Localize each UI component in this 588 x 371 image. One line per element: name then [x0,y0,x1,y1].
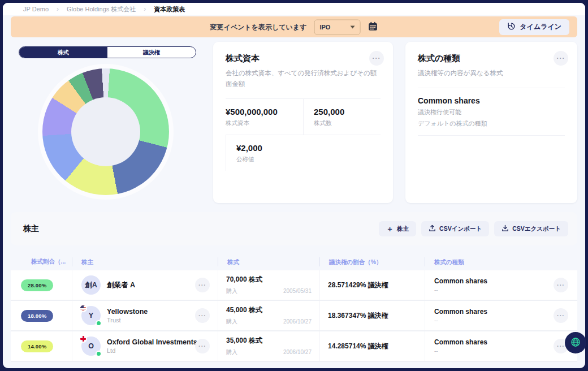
shareholders-header: 株主 ＋ 株主 CSVインポート CSVエクスポート [11,212,577,245]
download-icon [501,225,509,233]
share-class: Common shares [434,277,487,285]
online-status-dot [96,320,102,326]
floating-globe-button[interactable] [565,332,586,353]
ownership-donut-chart[interactable] [42,68,169,195]
globe-icon [570,337,581,350]
country-flag-icon [79,304,87,312]
acquisition-date: 2006/10/27 [283,318,312,325]
voting-percent: 14.285714% 議決権 [328,342,388,351]
table-row: 18.00% Y Yellowstone Trust ··· 45,000 株式… [11,301,577,331]
calendar-icon [368,21,378,33]
shareholders-table: 株式割合（... 株主 株式 議決権の割合（%） 株式の種類 28.00% 創A… [11,253,577,362]
upload-icon [429,225,436,233]
shareholder-name: Oxford Global Investments [107,338,189,346]
donut-chart-wrap [11,68,201,195]
avatar: O [81,337,101,356]
share-class-item: Common shares 議決権行使可能 デフォルトの株式の種類 [418,88,565,136]
card-subtitle: 議決権等の内容が異なる株式 [418,68,565,79]
ownership-badge: 14.00% [21,340,53,352]
ownership-chart-panel: 株式 議決権 [11,42,201,203]
avatar: Y [81,306,101,325]
stat-share-count: 250,000 株式数 [303,99,381,135]
acquisition-type: 購入 [226,318,237,326]
acquisition-date: 2006/10/27 [283,349,312,355]
chevron-right-icon: › [57,5,59,13]
row-menu-button[interactable]: ··· [554,278,568,292]
plus-icon: ＋ [386,225,394,232]
share-class-sub: -- [434,287,487,293]
add-shareholder-button[interactable]: ＋ 株主 [379,221,416,236]
card-menu-button[interactable]: ··· [369,51,384,66]
timeline-button-label: タイムライン [520,22,561,32]
shareholder-rows: 28.00% 創A 創業者 A ··· 70,000 株式 購入 2005/05… [11,270,577,362]
share-class: Common shares [434,308,487,316]
share-class-card: 株式の種類 議決権等の内容が異なる株式 ··· Common shares 議決… [405,42,577,203]
online-status-dot [96,351,102,357]
acquisition-date: 2005/05/31 [283,288,312,294]
shareholder-name: 創業者 A [107,281,135,290]
table-row: 14.00% O Oxford Global Investments Ltd ·… [11,331,577,362]
share-class-sub: -- [434,317,487,323]
calendar-button[interactable] [368,21,378,33]
col-shareholder: 株主 [72,257,218,266]
breadcrumb-company[interactable]: Globe Holdings 株式会社 [67,5,136,14]
row-menu-button[interactable]: ··· [195,278,210,292]
breadcrumb-workspace[interactable]: JP Demo [23,6,49,12]
chart-mode-tabs: 株式 議決権 [19,46,196,58]
acquisition-type: 購入 [226,287,237,295]
shareholder-subtitle: Ltd [107,347,189,354]
event-banner-message: 変更イベントを表示しています [210,22,307,32]
card-subtitle: 会社の株式資本、すべての発行済株式およびその額面金額 [226,68,381,89]
chevron-down-icon [350,25,354,28]
col-shares: 株式 [218,257,319,266]
shares-count: 70,000 株式 [226,275,312,284]
shareholders-actions: ＋ 株主 CSVインポート CSVエクスポート [379,221,568,236]
stat-nominal-value: ¥2,000 公称値 [226,135,303,171]
col-ownership-percent: 株式割合（... [11,258,72,266]
row-menu-button[interactable]: ··· [554,308,568,323]
csv-export-button[interactable]: CSVエクスポート [494,221,568,236]
overview-grid: 株式 議決権 株式資本 会社の株式資本、すべての発行済株式およびその額面金額 ·… [11,42,577,203]
timeline-button[interactable]: タイムライン [499,19,569,35]
app-window: JP Demo › Globe Holdings 株式会社 › 資本政策表 変更… [3,3,585,368]
event-select-value: IPO [319,24,330,31]
row-menu-button[interactable]: ··· [195,339,210,353]
shareholder-name: Yellowstone [107,308,148,316]
shareholders-title: 株主 [23,224,39,234]
shares-count: 45,000 株式 [226,305,312,315]
col-share-class: 株式の種類 [425,257,577,266]
breadcrumb: JP Demo › Globe Holdings 株式会社 › 資本政策表 [3,3,585,15]
ownership-badge: 18.00% [21,310,53,322]
history-clock-icon [507,22,516,32]
donut-hole [71,97,140,166]
table-row: 28.00% 創A 創業者 A ··· 70,000 株式 購入 2005/05… [11,270,577,301]
shareholders-section: 株主 ＋ 株主 CSVインポート CSVエクスポート [11,212,577,362]
share-capital-card: 株式資本 会社の株式資本、すべての発行済株式およびその額面金額 ··· ¥500… [213,42,393,203]
event-banner-center: 変更イベントを表示しています IPO [210,19,378,34]
avatar: 創A [81,275,101,295]
capital-stats: ¥500,000,000 株式資本 250,000 株式数 ¥2,000 公称値 [226,98,381,171]
card-title: 株式資本 [226,53,381,64]
chevron-right-icon: › [144,5,146,13]
tab-voting-rights[interactable]: 議決権 [107,47,196,58]
stat-share-capital: ¥500,000,000 株式資本 [226,99,303,135]
event-banner: 変更イベントを表示しています IPO タイムライン [11,16,577,37]
shares-count: 35,000 株式 [226,336,312,346]
row-menu-button[interactable]: ··· [195,308,210,323]
card-title: 株式の種類 [418,53,565,64]
card-menu-button[interactable]: ··· [554,51,568,66]
share-class: Common shares [434,338,487,346]
table-header-row: 株式割合（... 株主 株式 議決権の割合（%） 株式の種類 [11,253,577,270]
share-class-sub: -- [434,348,487,354]
event-select[interactable]: IPO [314,19,360,34]
voting-percent: 18.367347% 議決権 [328,311,388,321]
col-voting-percent: 議決権の割合（%） [319,257,425,266]
shareholder-subtitle: Trust [107,317,148,323]
ownership-badge: 28.00% [21,279,53,291]
acquisition-type: 購入 [226,348,237,356]
tab-shares[interactable]: 株式 [19,47,107,58]
voting-percent: 28.571429% 議決権 [328,281,388,290]
country-flag-icon [79,335,87,343]
csv-import-button[interactable]: CSVインポート [421,221,489,236]
breadcrumb-current-page: 資本政策表 [154,5,185,14]
